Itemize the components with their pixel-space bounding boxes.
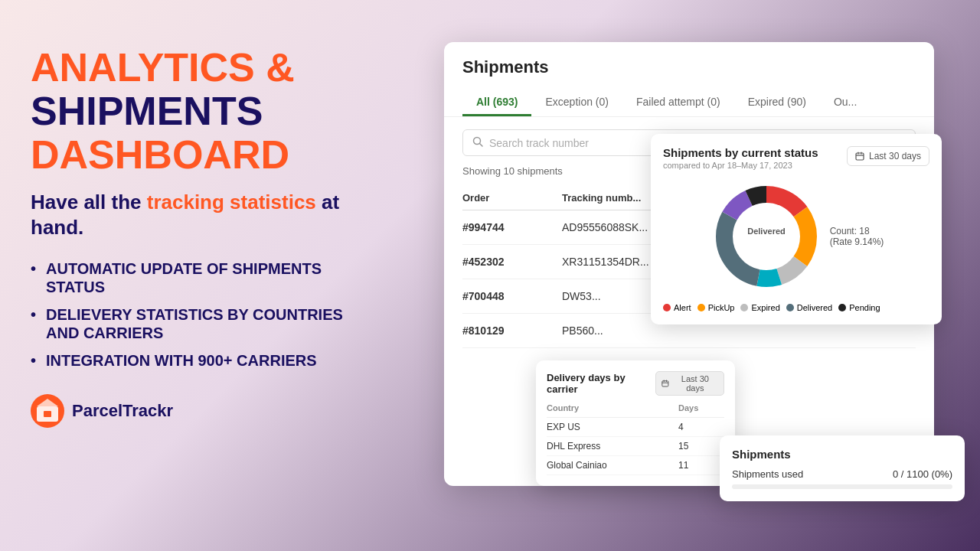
carrier-col-days: Days xyxy=(678,403,724,412)
tooltip-count: Count: 18 xyxy=(830,226,884,236)
subtitle: Have all the tracking statistics at hand… xyxy=(31,190,368,242)
carrier-row-1: EXP US 4 xyxy=(547,418,724,437)
legend-label-delivered: Delivered xyxy=(797,303,832,312)
carrier-table-header: Country Days xyxy=(547,403,724,418)
brand: ParcelTrackr xyxy=(31,394,368,428)
legend-dot-expired xyxy=(740,304,748,311)
progress-bar-bg xyxy=(732,484,952,489)
panel-header: Shipments All (693) Exception (0) Failed… xyxy=(444,42,934,117)
carrier-row-3: Global Cainiao 11 xyxy=(547,456,724,475)
tabs-row: All (693) Exception (0) Failed attempt (… xyxy=(462,90,916,116)
legend-expired: Expired xyxy=(740,303,779,312)
carrier-country-2: DHL Express xyxy=(547,441,678,452)
legend-dot-pickup xyxy=(697,304,705,311)
legend-dot-alert xyxy=(663,304,671,311)
used-card-title: Shipments xyxy=(732,448,952,461)
tab-expired[interactable]: Expired (90) xyxy=(734,90,820,116)
tab-all[interactable]: All (693) xyxy=(462,90,531,116)
order-4: #810129 xyxy=(462,324,562,337)
calendar-icon-small xyxy=(662,380,669,387)
shipments-used-value: 0 / 1100 (0%) xyxy=(893,468,952,480)
search-placeholder: Search track number xyxy=(489,137,589,149)
donut-tooltip: Count: 18 (Rate 9.14%) xyxy=(830,226,884,247)
legend-pending: Pending xyxy=(838,303,880,312)
brand-logo-icon xyxy=(31,394,64,428)
svg-line-5 xyxy=(480,144,483,147)
carrier-col-country: Country xyxy=(547,403,678,412)
chart-legend: Alert PickUp Expired Delivered Pending xyxy=(663,303,929,312)
legend-delivered: Delivered xyxy=(786,303,832,312)
legend-dot-delivered xyxy=(786,304,794,311)
left-panel: ANALYTICS & SHIPMENTS DASHBOARD Have all… xyxy=(31,46,368,428)
legend-alert: Alert xyxy=(663,303,691,312)
status-chart-card: Shipments by current status compared to … xyxy=(651,134,942,324)
donut-chart-container: Delivered Count: 18 (Rate 9.14%) xyxy=(663,179,929,294)
date-range-button[interactable]: Last 30 days xyxy=(847,146,929,166)
col-order: Order xyxy=(462,192,562,204)
tracking-4: PB560... xyxy=(562,324,715,337)
tab-failed-attempt[interactable]: Failed attempt (0) xyxy=(622,90,734,116)
bullet-1: AUTOMATIC UPDATE OF SHIPMENTS STATUS xyxy=(31,259,368,296)
order-2: #452302 xyxy=(462,256,562,268)
carrier-country-3: Global Cainiao xyxy=(547,460,678,471)
dashboard-area: Shipments All (693) Exception (0) Failed… xyxy=(413,42,965,517)
panel-title: Shipments xyxy=(462,57,916,77)
delivery-card-title: Delivery days by carrier xyxy=(547,372,655,395)
chart-subtitle: compared to Apr 18–May 17, 2023 xyxy=(663,161,818,170)
tab-other[interactable]: Ou... xyxy=(820,90,871,116)
search-icon xyxy=(472,136,483,149)
svg-rect-3 xyxy=(44,411,51,417)
legend-label-alert: Alert xyxy=(674,303,691,312)
legend-label-pickup: PickUp xyxy=(708,303,735,312)
legend-label-expired: Expired xyxy=(751,303,779,312)
carrier-days-1: 4 xyxy=(678,422,724,432)
delivery-card-header: Delivery days by carrier Last 30 days xyxy=(547,371,724,396)
carrier-days-2: 15 xyxy=(678,441,724,452)
tooltip-rate: (Rate 9.14%) xyxy=(830,236,884,247)
shipments-used-row: Shipments used 0 / 1100 (0%) xyxy=(732,468,952,480)
carrier-days-3: 11 xyxy=(678,460,724,471)
bullet-3: INTEGRATION WITH 900+ CARRIERS xyxy=(31,351,368,370)
tab-exception[interactable]: Exception (0) xyxy=(531,90,622,116)
svg-rect-18 xyxy=(662,381,668,386)
bullet-2: DELIEVERY STATISTICS BY COUNTRIES AND CA… xyxy=(31,305,368,342)
delivery-date-label: Last 30 days xyxy=(672,374,718,393)
brand-name: ParcelTrackr xyxy=(72,401,173,421)
legend-dot-pending xyxy=(838,304,846,311)
order-1: #994744 xyxy=(462,221,562,233)
subtitle-start: Have all the xyxy=(31,191,147,214)
calendar-icon xyxy=(855,152,864,161)
headline-shipments: SHIPMENTS xyxy=(31,89,263,133)
carrier-country-1: EXP US xyxy=(547,422,678,432)
shipments-used-label: Shipments used xyxy=(732,468,803,480)
headline-analytics: ANALYTICS & xyxy=(31,45,295,90)
legend-label-pending: Pending xyxy=(849,303,880,312)
svg-text:Delivered: Delivered xyxy=(747,227,786,236)
delivery-card: Delivery days by carrier Last 30 days Co… xyxy=(536,360,735,486)
headline-dashboard: DASHBOARD xyxy=(31,132,289,177)
chart-title: Shipments by current status xyxy=(663,146,818,159)
legend-pickup: PickUp xyxy=(697,303,735,312)
svg-rect-6 xyxy=(856,153,864,160)
donut-chart: Delivered xyxy=(709,179,824,294)
date-range-label: Last 30 days xyxy=(869,151,921,161)
subtitle-highlight: tracking statistics xyxy=(147,191,316,214)
shipments-used-card: Shipments Shipments used 0 / 1100 (0%) xyxy=(720,435,965,501)
order-3: #700448 xyxy=(462,290,562,302)
carrier-row-2: DHL Express 15 xyxy=(547,437,724,456)
delivery-date-button[interactable]: Last 30 days xyxy=(655,371,724,396)
bullet-list: AUTOMATIC UPDATE OF SHIPMENTS STATUS DEL… xyxy=(31,259,368,370)
chart-header: Shipments by current status compared to … xyxy=(663,146,929,170)
headline: ANALYTICS & SHIPMENTS DASHBOARD xyxy=(31,46,368,178)
